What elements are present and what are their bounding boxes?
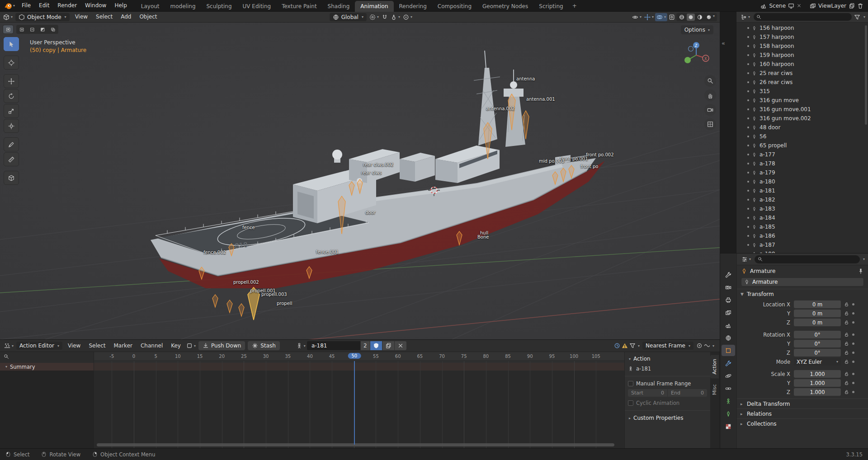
properties-filter-caret[interactable]: ▾ bbox=[863, 257, 865, 261]
workspace-tab-rendering[interactable]: Rendering bbox=[394, 1, 432, 12]
disclosure-dot[interactable] bbox=[747, 127, 749, 128]
disclosure-dot[interactable] bbox=[747, 199, 749, 201]
disclosure-dot[interactable] bbox=[747, 27, 749, 29]
timeline-scrollbar[interactable] bbox=[97, 443, 614, 446]
disclosure-dot[interactable] bbox=[747, 154, 749, 155]
new-action-button[interactable] bbox=[382, 341, 394, 350]
disclosure-dot[interactable] bbox=[747, 54, 749, 56]
outliner-item[interactable]: a-182 bbox=[736, 195, 868, 204]
bone-label[interactable]: rear ciws bbox=[361, 170, 382, 175]
outliner-item[interactable]: a-183 bbox=[736, 204, 868, 213]
viewport-menu-view[interactable]: View bbox=[71, 12, 92, 22]
lock-toggle[interactable] bbox=[844, 341, 849, 346]
cursor-tool[interactable] bbox=[4, 56, 19, 70]
camera-view-button[interactable] bbox=[704, 104, 716, 116]
properties-tab-object-data[interactable] bbox=[722, 395, 735, 407]
checkbox[interactable] bbox=[628, 400, 633, 406]
outliner-item[interactable]: 25 rear ciws bbox=[736, 69, 868, 78]
dopesheet-menu-channel[interactable]: Channel bbox=[137, 340, 167, 352]
pivot-point-dropdown[interactable]: ▾ bbox=[368, 13, 380, 21]
dopesheet-menu-marker[interactable]: Marker bbox=[109, 340, 136, 352]
outliner-item[interactable]: 48 door bbox=[736, 123, 868, 132]
channel-search-icon[interactable] bbox=[4, 354, 9, 359]
disclosure-dot[interactable] bbox=[747, 63, 749, 65]
outliner-item[interactable]: 65 propell bbox=[736, 141, 868, 150]
transform-value-field[interactable]: 0° bbox=[794, 349, 841, 357]
warning-icon[interactable] bbox=[622, 343, 628, 349]
measure-tool[interactable] bbox=[4, 152, 19, 166]
disclosure-dot[interactable] bbox=[747, 181, 749, 183]
action-name-field[interactable]: a-181 bbox=[307, 341, 360, 350]
proportional-edit-dropdown[interactable]: ▾ bbox=[401, 13, 414, 21]
new-scene-icon[interactable] bbox=[788, 3, 794, 9]
lock-toggle[interactable] bbox=[844, 359, 849, 364]
bone-label[interactable]: fence bbox=[242, 225, 255, 230]
menu-edit[interactable]: Edit bbox=[35, 0, 53, 11]
bone-label[interactable]: Bone bbox=[477, 235, 489, 239]
overlays-dropdown[interactable]: ▾ bbox=[655, 13, 667, 21]
viewport-menu-object[interactable]: Object bbox=[135, 12, 161, 22]
disclosure-dot[interactable] bbox=[747, 226, 749, 228]
new-viewlayer-icon[interactable] bbox=[849, 3, 855, 9]
disclosure-dot[interactable] bbox=[747, 45, 749, 47]
outliner-item[interactable]: a-185 bbox=[736, 222, 868, 231]
properties-tab-render[interactable] bbox=[722, 282, 735, 293]
viewport-3d[interactable]: 818 bbox=[0, 23, 720, 339]
gizmos-dropdown[interactable]: ▾ bbox=[643, 13, 655, 21]
properties-tab-bone[interactable] bbox=[722, 408, 735, 419]
annotate-tool[interactable] bbox=[4, 137, 19, 151]
workspace-tab-layout[interactable]: Layout bbox=[136, 1, 165, 12]
disclosure-dot[interactable] bbox=[747, 90, 749, 92]
properties-tab-scene[interactable] bbox=[722, 319, 735, 331]
outliner-item[interactable]: 315 bbox=[736, 87, 868, 96]
outliner-item[interactable]: 316 gun move bbox=[736, 96, 868, 105]
fake-user-toggle[interactable] bbox=[370, 341, 382, 350]
transform-value-field[interactable]: 1.000 bbox=[794, 379, 841, 387]
outliner-item[interactable]: a-178 bbox=[736, 159, 868, 168]
transform-value-field[interactable]: 0 m bbox=[794, 319, 841, 326]
disclosure-dot[interactable] bbox=[747, 36, 749, 38]
properties-tab-output[interactable] bbox=[722, 294, 735, 305]
move-tool[interactable] bbox=[4, 74, 19, 88]
bone-label[interactable]: propell.002 bbox=[233, 280, 259, 285]
section-relations[interactable]: ▸Relations bbox=[737, 408, 868, 418]
workspace-tab-shading[interactable]: Shading bbox=[322, 1, 355, 12]
disclosure-dot[interactable] bbox=[747, 244, 749, 246]
animate-dot[interactable] bbox=[852, 373, 854, 375]
disclosure-dot[interactable] bbox=[747, 81, 749, 83]
properties-tab-object[interactable] bbox=[722, 345, 735, 356]
custom-properties-panel-header[interactable]: ▸Custom Properties bbox=[628, 413, 707, 422]
shading-wireframe-button[interactable] bbox=[678, 14, 686, 21]
select-mode-set-button[interactable] bbox=[3, 25, 13, 33]
outliner-search-input[interactable] bbox=[754, 13, 852, 21]
properties-tab-physics[interactable] bbox=[722, 370, 735, 381]
workspace-tab-scripting[interactable]: Scripting bbox=[533, 1, 568, 12]
sidebar-tab-action[interactable]: Action bbox=[710, 355, 719, 378]
current-frame-line[interactable] bbox=[354, 361, 355, 445]
object-name-field[interactable]: Armature bbox=[741, 277, 864, 286]
zoom-button[interactable] bbox=[704, 75, 716, 87]
workspace-tab-modeling[interactable]: modeling bbox=[165, 1, 201, 12]
perspective-toggle-button[interactable] bbox=[704, 118, 716, 130]
filter-caret[interactable]: ▾ bbox=[638, 344, 640, 348]
outliner-filter-icon[interactable] bbox=[854, 14, 860, 20]
workspace-tab-compositing[interactable]: Compositing bbox=[432, 1, 477, 12]
outliner-item[interactable]: a-188 bbox=[736, 249, 868, 253]
sidebar-tab-misc[interactable]: Misc bbox=[710, 380, 719, 399]
bone-label[interactable]: antenna.002 bbox=[486, 106, 515, 111]
dopesheet-filter-dropdown[interactable]: ▾ bbox=[185, 342, 197, 350]
menu-window[interactable]: Window bbox=[81, 0, 110, 11]
disclosure-dot[interactable] bbox=[747, 190, 749, 192]
viewport-menu-add[interactable]: Add bbox=[117, 12, 135, 22]
pivot-center-icon[interactable] bbox=[696, 343, 703, 349]
current-frame-badge[interactable]: 50 bbox=[348, 353, 361, 359]
bone-label[interactable]: front po.002 bbox=[586, 152, 614, 157]
bone-label[interactable]: mid po.003 bbox=[539, 159, 565, 164]
workspace-tab-texture-paint[interactable]: Texture Paint bbox=[276, 1, 322, 12]
transform-orientation-dropdown[interactable]: Global ▾ bbox=[330, 13, 367, 21]
outliner-filter-caret[interactable]: ▾ bbox=[863, 15, 865, 19]
properties-search-input[interactable] bbox=[755, 255, 860, 263]
outliner-item[interactable]: a-181 bbox=[736, 186, 868, 195]
lock-toggle[interactable] bbox=[844, 311, 849, 316]
properties-tab-view-layer[interactable] bbox=[722, 307, 735, 318]
